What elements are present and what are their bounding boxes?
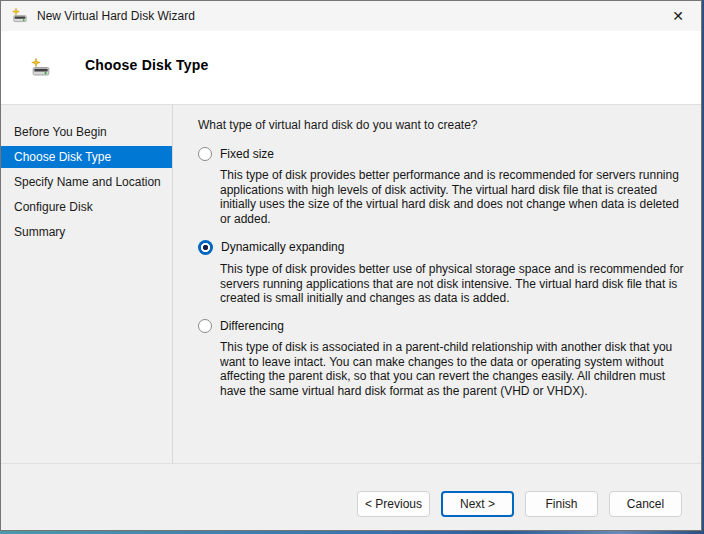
desktop-background: New Virtual Hard Disk Wizard ✕ Choose Di… xyxy=(0,0,704,534)
radio-label[interactable]: Differencing xyxy=(220,319,284,333)
new-virtual-hard-disk-icon xyxy=(12,8,28,24)
close-button[interactable]: ✕ xyxy=(655,1,701,31)
radio-row-dynamically-expanding[interactable]: Dynamically expanding xyxy=(198,240,689,255)
radio-fixed-size[interactable] xyxy=(198,147,212,161)
radio-label[interactable]: Fixed size xyxy=(220,147,274,161)
wizard-window: New Virtual Hard Disk Wizard ✕ Choose Di… xyxy=(0,0,702,531)
cancel-button[interactable]: Cancel xyxy=(609,491,682,517)
wizard-content: What type of virtual hard disk do you wa… xyxy=(173,105,701,463)
finish-button[interactable]: Finish xyxy=(525,491,598,517)
button-bar: < Previous Next > Finish Cancel xyxy=(1,463,701,530)
new-virtual-hard-disk-icon xyxy=(31,58,51,78)
option-description: This type of disk provides better perfor… xyxy=(220,168,689,227)
option-fixed-size: Fixed size This type of disk provides be… xyxy=(198,147,689,227)
previous-button[interactable]: < Previous xyxy=(357,491,430,517)
option-differencing: Differencing This type of disk is associ… xyxy=(198,319,689,399)
sidebar-item-summary[interactable]: Summary xyxy=(1,221,172,243)
sidebar-item-choose-disk-type[interactable]: Choose Disk Type xyxy=(1,146,172,168)
next-button[interactable]: Next > xyxy=(441,491,514,517)
title-bar: New Virtual Hard Disk Wizard ✕ xyxy=(1,1,701,31)
option-description: This type of disk is associated in a par… xyxy=(220,340,689,399)
wizard-steps-sidebar: Before You Begin Choose Disk Type Specif… xyxy=(1,105,173,463)
radio-row-differencing[interactable]: Differencing xyxy=(198,319,689,333)
option-dynamically-expanding: Dynamically expanding This type of disk … xyxy=(198,240,689,306)
wizard-header: Choose Disk Type xyxy=(1,31,701,105)
wizard-body: Before You Begin Choose Disk Type Specif… xyxy=(1,105,701,463)
sidebar-item-specify-name-and-location[interactable]: Specify Name and Location xyxy=(1,171,172,193)
radio-differencing[interactable] xyxy=(198,319,212,333)
question-label: What type of virtual hard disk do you wa… xyxy=(198,118,689,132)
window-title: New Virtual Hard Disk Wizard xyxy=(37,9,195,23)
radio-label[interactable]: Dynamically expanding xyxy=(221,240,344,254)
radio-dynamically-expanding[interactable] xyxy=(198,240,213,255)
page-title: Choose Disk Type xyxy=(85,57,209,73)
sidebar-item-configure-disk[interactable]: Configure Disk xyxy=(1,196,172,218)
radio-row-fixed-size[interactable]: Fixed size xyxy=(198,147,689,161)
option-description: This type of disk provides better use of… xyxy=(220,262,689,306)
sidebar-item-before-you-begin[interactable]: Before You Begin xyxy=(1,121,172,143)
close-icon: ✕ xyxy=(672,8,684,24)
